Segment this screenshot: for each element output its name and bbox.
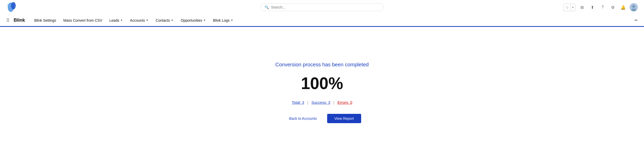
- opportunities-chevron-icon: ▼: [203, 19, 206, 22]
- nav-item-blink-settings[interactable]: Blink Settings: [31, 16, 59, 25]
- search-container: 🔍: [260, 3, 384, 11]
- favorites-caret-icon[interactable]: ▼: [571, 5, 575, 10]
- app-logo[interactable]: [6, 2, 18, 13]
- contacts-chevron-icon: ▼: [171, 19, 174, 22]
- view-report-button[interactable]: View Report: [327, 114, 361, 123]
- percentage-display: 100%: [301, 74, 343, 93]
- nav-label-opportunities: Opportunities: [181, 18, 202, 22]
- accounts-chevron-icon: ▼: [146, 19, 148, 22]
- top-bar-left: [6, 2, 18, 13]
- add-icon[interactable]: ⊞: [578, 3, 586, 11]
- help-icon[interactable]: ?: [599, 3, 606, 11]
- notifications-icon[interactable]: 🔔: [619, 3, 627, 11]
- nav-item-blink-logs[interactable]: Blink Logs ▼: [210, 16, 236, 25]
- total-stat-link[interactable]: Total: 3: [292, 100, 304, 105]
- stats-row: Total: 3 | Success: 3 | Errors: 0: [292, 100, 352, 105]
- search-icon: 🔍: [265, 5, 269, 9]
- nav-label-blink-logs: Blink Logs: [213, 18, 230, 22]
- upload-icon[interactable]: ⬆: [588, 3, 596, 11]
- svg-point-1: [11, 2, 16, 9]
- nav-item-accounts[interactable]: Accounts ▼: [127, 16, 152, 25]
- top-bar: 🔍 ☆ ▼ ⊞ ⬆ ? ⚙ 🔔: [0, 0, 644, 14]
- blink-logs-chevron-icon: ▼: [231, 19, 233, 22]
- grid-icon[interactable]: ⠿: [6, 18, 10, 23]
- avatar[interactable]: [630, 3, 638, 11]
- buttons-row: Back to Accounts View Report: [283, 114, 361, 123]
- nav-bar: ⠿ Blink Blink Settings Mass Convert from…: [0, 14, 644, 27]
- star-icon[interactable]: ☆: [564, 4, 571, 11]
- separator-2: |: [333, 100, 334, 105]
- nav-label-leads: Leads: [109, 18, 119, 22]
- success-stat-link[interactable]: Success: 3: [311, 100, 330, 105]
- main-content: Conversion process has been completed 10…: [0, 27, 644, 158]
- separator-1: |: [307, 100, 308, 105]
- leads-chevron-icon: ▼: [120, 19, 123, 22]
- search-box: 🔍: [260, 3, 384, 11]
- edit-icon[interactable]: ✏: [634, 18, 638, 23]
- nav-item-contacts[interactable]: Contacts ▼: [152, 16, 176, 25]
- nav-label-mass-convert: Mass Convert from CSV: [63, 18, 102, 22]
- nav-label-blink-settings: Blink Settings: [34, 18, 56, 22]
- search-input[interactable]: [271, 5, 379, 9]
- settings-icon[interactable]: ⚙: [609, 3, 617, 11]
- nav-item-leads[interactable]: Leads ▼: [106, 16, 126, 25]
- back-to-accounts-button[interactable]: Back to Accounts: [283, 114, 323, 123]
- top-bar-right: ☆ ▼ ⊞ ⬆ ? ⚙ 🔔: [563, 3, 638, 11]
- app-name[interactable]: Blink: [14, 18, 25, 23]
- nav-label-contacts: Contacts: [156, 18, 170, 22]
- errors-stat-link[interactable]: Errors: 0: [337, 100, 352, 105]
- svg-point-4: [632, 5, 635, 8]
- nav-items: Blink Settings Mass Convert from CSV Lea…: [31, 16, 634, 25]
- nav-item-mass-convert[interactable]: Mass Convert from CSV: [60, 16, 105, 25]
- favorites-dropdown[interactable]: ☆ ▼: [563, 4, 575, 11]
- svg-point-2: [7, 4, 10, 6]
- nav-item-opportunities[interactable]: Opportunities ▼: [178, 16, 209, 25]
- nav-label-accounts: Accounts: [130, 18, 145, 22]
- completion-message: Conversion process has been completed: [275, 62, 369, 68]
